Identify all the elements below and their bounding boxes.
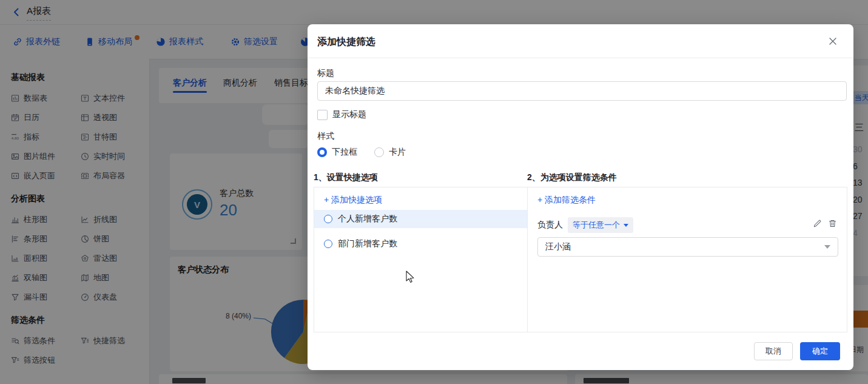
title-field-label: 标题 <box>317 68 334 79</box>
condition-value-select[interactable]: 汪小涵 <box>537 237 838 257</box>
delete-condition-button[interactable] <box>828 219 837 228</box>
show-title-checkbox[interactable] <box>317 110 328 120</box>
quick-option-label: 个人新增客户数 <box>338 214 397 224</box>
edit-condition-button[interactable] <box>813 219 822 228</box>
style-radio-group: 下拉框卡片 <box>317 147 423 158</box>
condition-value: 汪小涵 <box>545 241 571 252</box>
screen: A报表 报表外链移动布局报表样式筛选设置 基础报表数据表文本控件日历透视图4,8… <box>0 0 868 384</box>
condition-row: 负责人 等于任意一个 <box>537 217 633 234</box>
show-title-row: 显示标题 <box>317 109 366 120</box>
quick-option-0[interactable]: 个人新增客户数 <box>314 210 527 228</box>
add-quick-option-link[interactable]: + 添加快捷选项 <box>324 195 382 206</box>
trash-icon <box>828 219 837 228</box>
dialog-footer: 取消 确定 <box>754 342 840 360</box>
show-title-label: 显示标题 <box>332 109 366 120</box>
style-option-label: 卡片 <box>389 147 406 158</box>
radio-selected-icon[interactable] <box>317 147 327 157</box>
style-label: 样式 <box>317 131 334 142</box>
condition-field-label: 负责人 <box>537 220 563 231</box>
confirm-button[interactable]: 确定 <box>800 342 840 360</box>
operator-label: 等于任意一个 <box>573 220 620 231</box>
radio-unselected-icon[interactable] <box>324 240 332 248</box>
add-quick-filter-dialog: 添加快捷筛选 标题 显示标题 样式 下拉框卡片 1、设置快捷选项 2、为选项设置… <box>308 24 853 370</box>
title-input[interactable] <box>317 81 847 101</box>
condition-actions <box>813 219 837 228</box>
quick-options-panel: + 添加快捷选项 个人新增客户数部门新增客户数 <box>314 187 528 332</box>
quick-option-label: 部门新增客户数 <box>338 238 397 249</box>
close-button[interactable] <box>828 36 838 46</box>
dialog-header: 添加快捷筛选 <box>308 24 853 58</box>
right-section-heading: 2、为选项设置筛选条件 <box>527 172 617 183</box>
filter-config-panel: + 添加快捷选项 个人新增客户数部门新增客户数 + 添加筛选条件 负责人 等于任… <box>314 187 847 332</box>
dialog-title: 添加快捷筛选 <box>317 36 375 49</box>
cancel-button[interactable]: 取消 <box>754 342 793 360</box>
radio-unselected-icon[interactable] <box>324 215 332 223</box>
chevron-down-icon <box>824 245 830 249</box>
add-condition-link[interactable]: + 添加筛选条件 <box>537 195 596 206</box>
left-section-heading: 1、设置快捷选项 <box>314 172 378 183</box>
quick-option-1[interactable]: 部门新增客户数 <box>314 235 527 253</box>
radio-unselected-icon[interactable] <box>374 147 384 157</box>
conditions-panel: + 添加筛选条件 负责人 等于任意一个 <box>528 187 847 332</box>
chevron-down-icon <box>624 224 628 227</box>
style-option-1[interactable]: 卡片 <box>374 147 406 158</box>
style-option-0[interactable]: 下拉框 <box>317 147 357 158</box>
operator-dropdown[interactable]: 等于任意一个 <box>568 217 633 233</box>
close-icon <box>828 36 838 46</box>
pencil-icon <box>813 219 822 228</box>
style-option-label: 下拉框 <box>332 147 357 158</box>
